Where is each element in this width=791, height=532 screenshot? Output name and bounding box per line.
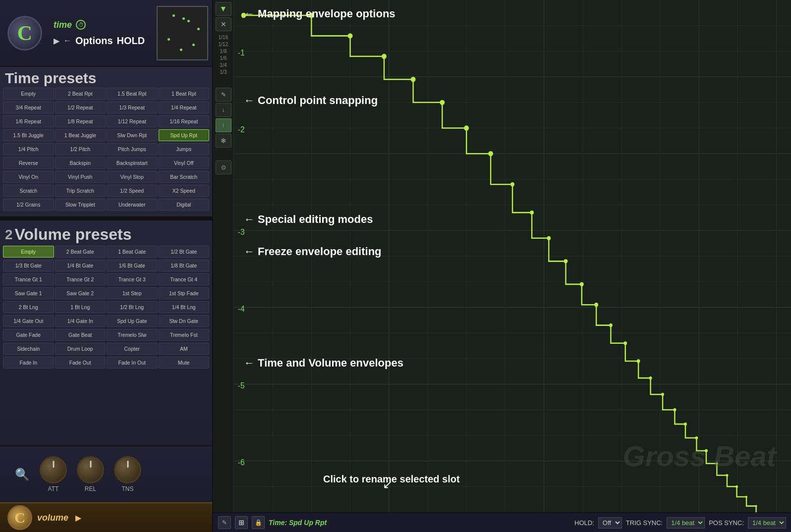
preset-slwdwnrpt[interactable]: Slw Dwn Rpt [107, 129, 158, 141]
preview-box [157, 6, 208, 60]
vol-preset-empty[interactable]: Empty [3, 246, 54, 258]
rel-knob[interactable] [77, 456, 104, 483]
preset-112repeat[interactable]: 1/12 Repeat [107, 115, 158, 127]
vol-preset-spdupgate[interactable]: Spd Up Gate [107, 315, 158, 327]
up-btn[interactable]: ↑ [216, 118, 231, 132]
pos-sync-select[interactable]: 1/4 beat 1/8 beat 1/2 beat 1 beat [748, 517, 786, 529]
vol-preset-trancegt4[interactable]: Trance Gt 4 [159, 273, 210, 285]
preset-2beatrpt[interactable]: 2 Beat Rpt [55, 88, 106, 100]
freeze-btn[interactable]: ❄ [216, 134, 231, 148]
preset-jumps[interactable]: Jumps [159, 143, 210, 155]
pencil-bottom-btn[interactable]: ✎ [218, 516, 231, 529]
preset-15btjuggle[interactable]: 1.5 Bt Juggle [3, 129, 54, 141]
vol-preset-16btgate[interactable]: 1/6 Bt Gate [107, 260, 158, 271]
vol-preset-trancegt2[interactable]: Trance Gt 2 [55, 273, 106, 285]
vol-preset-12btgate[interactable]: 1/2 Bt Gate [159, 246, 210, 258]
vol-preset-1btlng[interactable]: 1 Bt Lng [55, 301, 106, 313]
preset-12repeat[interactable]: 1/2 Repeat [55, 102, 106, 113]
preset-slowtripplet[interactable]: Slow Tripplet [55, 199, 106, 211]
vol-preset-14btgate[interactable]: 1/4 Bt Gate [55, 260, 106, 271]
map-btn[interactable]: ▼ [216, 2, 231, 16]
vol-preset-sawgate1[interactable]: Saw Gate 1 [3, 287, 54, 299]
envelope-grid[interactable]: -1 -2 -3 -4 -5 -6 [234, 0, 791, 512]
vol-preset-gatefade[interactable]: Gate Fade [3, 329, 54, 341]
vol-preset-tremoloSlw[interactable]: Tremelo Slw [107, 329, 158, 341]
vol-preset-slwdngate[interactable]: Slw Dn Gate [159, 315, 210, 327]
preset-tripscratch[interactable]: Trip Scratch [55, 185, 106, 197]
preset-spduprpt[interactable]: Spd Up Rpt [159, 129, 210, 141]
preset-15beatrpt[interactable]: 1.5 Beat Rpt [107, 88, 158, 100]
volume-presets-title: Volume presets [15, 225, 132, 244]
vol-preset-1beatgate[interactable]: 1 Beat Gate [107, 246, 158, 258]
preset-14repeat[interactable]: 1/4 Repeat [159, 102, 210, 113]
vol-preset-13btgate[interactable]: 1/3 Bt Gate [3, 260, 54, 271]
trig-sync-select[interactable]: 1/4 beat 1/8 beat 1/2 beat 1 beat [667, 517, 705, 529]
vol-preset-trancegt3[interactable]: Trance Gt 3 [107, 273, 158, 285]
vol-preset-14gateout[interactable]: 1/4 Gate Out [3, 315, 54, 327]
hold-select[interactable]: Off On [598, 517, 622, 529]
preset-empty-1[interactable]: Empty [3, 88, 54, 100]
vol-preset-12btlng[interactable]: 1/2 Bt Lng [107, 301, 158, 313]
preset-116repeat[interactable]: 1/16 Repeat [159, 115, 210, 127]
vol-preset-18btgate[interactable]: 1/8 Bt Gate [159, 260, 210, 271]
vol-preset-sidechain[interactable]: Sidechain [3, 343, 54, 355]
x-btn[interactable]: ✕ [216, 17, 231, 31]
att-knob[interactable] [40, 456, 67, 483]
rename-arrow-icon: ↙ [383, 478, 393, 491]
preview-dot-2 [182, 17, 185, 20]
vol-preset-sawgate2[interactable]: Saw Gate 2 [55, 287, 106, 299]
vol-preset-2btlng[interactable]: 2 Bt Lng [3, 301, 54, 313]
vol-preset-mute[interactable]: Mute [159, 357, 210, 369]
tns-knob[interactable] [114, 456, 141, 483]
vol-preset-1ststpfade[interactable]: 1st Stp Fade [159, 287, 210, 299]
vol-preset-gatebeat[interactable]: Gate Beat [55, 329, 106, 341]
lock-bottom-btn[interactable]: 🔒 [252, 516, 265, 529]
preset-backspin[interactable]: Backspin [55, 157, 106, 169]
preset-1beatrpt[interactable]: 1 Beat Rpt [159, 88, 210, 100]
preset-vinylpush[interactable]: Vinyl Push [55, 171, 106, 183]
preset-14pitch[interactable]: 1/4 Pitch [3, 143, 54, 155]
pencil-btn[interactable]: ✎ [216, 88, 231, 102]
vol-preset-14gatein[interactable]: 1/4 Gate In [55, 315, 106, 327]
vol-preset-copter[interactable]: Copter [107, 343, 158, 355]
vol-preset-am[interactable]: AM [159, 343, 210, 355]
preset-12speed[interactable]: 1/2 Speed [107, 185, 158, 197]
options-label[interactable]: Options [75, 35, 113, 47]
preset-scratch[interactable]: Scratch [3, 185, 54, 197]
down-btn[interactable]: ↓ [216, 103, 231, 117]
vol-preset-fadeout[interactable]: Fade Out [55, 357, 106, 369]
vol-preset-tremoloFst[interactable]: Tremelo Fst [159, 329, 210, 341]
preset-1beatjuggle[interactable]: 1 Beat Juggle [55, 129, 106, 141]
preset-13repeat[interactable]: 1/3 Repeat [107, 102, 158, 113]
preset-16repeat[interactable]: 1/6 Repeat [3, 115, 54, 127]
preset-underwater[interactable]: Underwater [107, 199, 158, 211]
svg-point-47 [510, 182, 514, 186]
preset-x2speed[interactable]: X2 Speed [159, 185, 210, 197]
preset-12grains[interactable]: 1/2 Grains [3, 199, 54, 211]
preset-reverse[interactable]: Reverse [3, 157, 54, 169]
preset-vinylon[interactable]: Vinyl On [3, 171, 54, 183]
circle-btn[interactable]: ⊙ [216, 160, 231, 174]
preset-backspinstart[interactable]: Backspinstart [107, 157, 158, 169]
vol-preset-2beatgate[interactable]: 2 Beat Gate [55, 246, 106, 258]
vol-preset-14btlng[interactable]: 1/4 Bt Lng [159, 301, 210, 313]
preset-barscratch[interactable]: Bar Scratch [159, 171, 210, 183]
preset-18repeat[interactable]: 1/8 Repeat [55, 115, 106, 127]
preset-34repeat[interactable]: 3/4 Repeat [3, 102, 54, 113]
preset-pitchjumps[interactable]: Pitch Jumps [107, 143, 158, 155]
svg-point-63 [726, 474, 729, 477]
preset-12pitch[interactable]: 1/2 Pitch [55, 143, 106, 155]
vol-preset-fadeinout[interactable]: Fade In Out [107, 357, 158, 369]
preset-vinyloff[interactable]: Vinyl Off [159, 157, 210, 169]
vol-preset-trancegt1[interactable]: Trance Gt 1 [3, 273, 54, 285]
vol-preset-1ststep[interactable]: 1st Step [107, 287, 158, 299]
preset-vinylstop[interactable]: Vinyl Stop [107, 171, 158, 183]
grid-bottom-btn[interactable]: ⊞ [235, 516, 248, 529]
vol-preset-fadein[interactable]: Fade In [3, 357, 54, 369]
vol-preset-drumloop[interactable]: Drum Loop [55, 343, 106, 355]
zoom-icon[interactable]: 🔍 [15, 468, 30, 481]
svg-point-58 [673, 408, 676, 411]
time-row: time ⏱ [54, 20, 149, 30]
preset-digital[interactable]: Digital [159, 199, 210, 211]
vol-preset-row9: Fade In Fade Out Fade In Out Mute [3, 357, 209, 369]
